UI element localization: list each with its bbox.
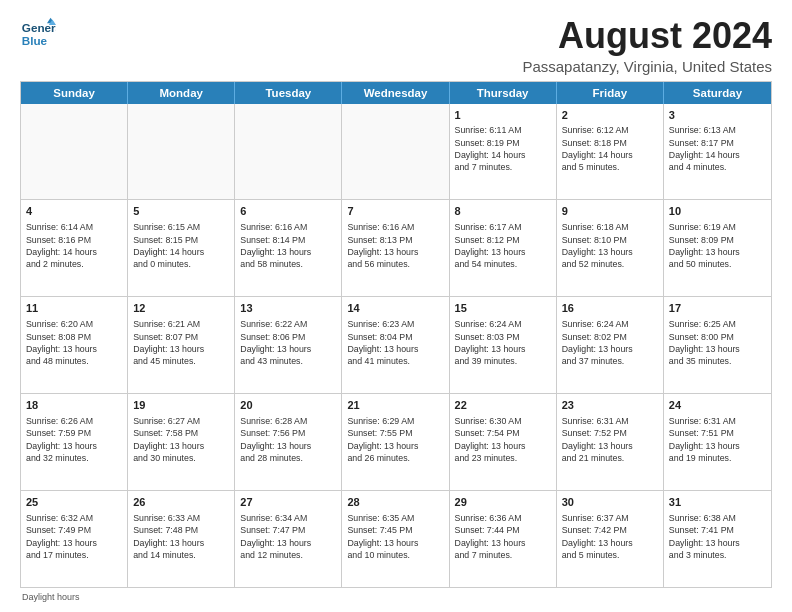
calendar-cell: 26Sunrise: 6:33 AM Sunset: 7:48 PM Dayli… <box>128 491 235 587</box>
calendar-cell: 31Sunrise: 6:38 AM Sunset: 7:41 PM Dayli… <box>664 491 771 587</box>
cell-info: Sunrise: 6:24 AM Sunset: 8:02 PM Dayligh… <box>562 318 658 367</box>
cell-info: Sunrise: 6:37 AM Sunset: 7:42 PM Dayligh… <box>562 512 658 561</box>
header-tuesday: Tuesday <box>235 82 342 104</box>
calendar-cell: 30Sunrise: 6:37 AM Sunset: 7:42 PM Dayli… <box>557 491 664 587</box>
cell-info: Sunrise: 6:31 AM Sunset: 7:52 PM Dayligh… <box>562 415 658 464</box>
cell-date-number: 17 <box>669 301 766 316</box>
cell-date-number: 30 <box>562 495 658 510</box>
calendar-cell: 28Sunrise: 6:35 AM Sunset: 7:45 PM Dayli… <box>342 491 449 587</box>
calendar-cell: 19Sunrise: 6:27 AM Sunset: 7:58 PM Dayli… <box>128 394 235 490</box>
week-row-2: 4Sunrise: 6:14 AM Sunset: 8:16 PM Daylig… <box>21 200 771 297</box>
header-thursday: Thursday <box>450 82 557 104</box>
cell-info: Sunrise: 6:19 AM Sunset: 8:09 PM Dayligh… <box>669 221 766 270</box>
cell-date-number: 31 <box>669 495 766 510</box>
week-row-5: 25Sunrise: 6:32 AM Sunset: 7:49 PM Dayli… <box>21 491 771 587</box>
calendar-cell <box>128 104 235 200</box>
cell-date-number: 4 <box>26 204 122 219</box>
footer-note: Daylight hours <box>20 592 772 602</box>
cell-info: Sunrise: 6:16 AM Sunset: 8:13 PM Dayligh… <box>347 221 443 270</box>
calendar-cell: 7Sunrise: 6:16 AM Sunset: 8:13 PM Daylig… <box>342 200 449 296</box>
header-saturday: Saturday <box>664 82 771 104</box>
cell-date-number: 14 <box>347 301 443 316</box>
calendar-cell: 23Sunrise: 6:31 AM Sunset: 7:52 PM Dayli… <box>557 394 664 490</box>
cell-date-number: 20 <box>240 398 336 413</box>
cell-date-number: 1 <box>455 108 551 123</box>
cell-info: Sunrise: 6:31 AM Sunset: 7:51 PM Dayligh… <box>669 415 766 464</box>
calendar-cell: 29Sunrise: 6:36 AM Sunset: 7:44 PM Dayli… <box>450 491 557 587</box>
cell-info: Sunrise: 6:38 AM Sunset: 7:41 PM Dayligh… <box>669 512 766 561</box>
calendar-cell <box>235 104 342 200</box>
cell-date-number: 8 <box>455 204 551 219</box>
cell-info: Sunrise: 6:22 AM Sunset: 8:06 PM Dayligh… <box>240 318 336 367</box>
calendar-cell: 22Sunrise: 6:30 AM Sunset: 7:54 PM Dayli… <box>450 394 557 490</box>
calendar-body: 1Sunrise: 6:11 AM Sunset: 8:19 PM Daylig… <box>21 104 771 587</box>
cell-info: Sunrise: 6:12 AM Sunset: 8:18 PM Dayligh… <box>562 124 658 173</box>
calendar-cell: 1Sunrise: 6:11 AM Sunset: 8:19 PM Daylig… <box>450 104 557 200</box>
cell-date-number: 12 <box>133 301 229 316</box>
cell-info: Sunrise: 6:13 AM Sunset: 8:17 PM Dayligh… <box>669 124 766 173</box>
calendar-cell: 10Sunrise: 6:19 AM Sunset: 8:09 PM Dayli… <box>664 200 771 296</box>
cell-date-number: 2 <box>562 108 658 123</box>
calendar-cell: 16Sunrise: 6:24 AM Sunset: 8:02 PM Dayli… <box>557 297 664 393</box>
cell-date-number: 16 <box>562 301 658 316</box>
header-friday: Friday <box>557 82 664 104</box>
cell-info: Sunrise: 6:17 AM Sunset: 8:12 PM Dayligh… <box>455 221 551 270</box>
calendar-cell: 18Sunrise: 6:26 AM Sunset: 7:59 PM Dayli… <box>21 394 128 490</box>
cell-info: Sunrise: 6:21 AM Sunset: 8:07 PM Dayligh… <box>133 318 229 367</box>
cell-date-number: 15 <box>455 301 551 316</box>
cell-info: Sunrise: 6:32 AM Sunset: 7:49 PM Dayligh… <box>26 512 122 561</box>
calendar-cell: 24Sunrise: 6:31 AM Sunset: 7:51 PM Dayli… <box>664 394 771 490</box>
cell-info: Sunrise: 6:33 AM Sunset: 7:48 PM Dayligh… <box>133 512 229 561</box>
cell-date-number: 18 <box>26 398 122 413</box>
main-title: August 2024 <box>522 16 772 56</box>
calendar-cell: 2Sunrise: 6:12 AM Sunset: 8:18 PM Daylig… <box>557 104 664 200</box>
calendar: Sunday Monday Tuesday Wednesday Thursday… <box>20 81 772 588</box>
cell-date-number: 22 <box>455 398 551 413</box>
week-row-3: 11Sunrise: 6:20 AM Sunset: 8:08 PM Dayli… <box>21 297 771 394</box>
cell-info: Sunrise: 6:34 AM Sunset: 7:47 PM Dayligh… <box>240 512 336 561</box>
cell-date-number: 21 <box>347 398 443 413</box>
logo-icon: General Blue <box>20 16 56 52</box>
header-sunday: Sunday <box>21 82 128 104</box>
cell-date-number: 13 <box>240 301 336 316</box>
calendar-cell: 13Sunrise: 6:22 AM Sunset: 8:06 PM Dayli… <box>235 297 342 393</box>
header-wednesday: Wednesday <box>342 82 449 104</box>
calendar-cell: 4Sunrise: 6:14 AM Sunset: 8:16 PM Daylig… <box>21 200 128 296</box>
cell-date-number: 10 <box>669 204 766 219</box>
header: General Blue August 2024 Passapatanzy, V… <box>20 16 772 75</box>
week-row-4: 18Sunrise: 6:26 AM Sunset: 7:59 PM Dayli… <box>21 394 771 491</box>
calendar-cell: 15Sunrise: 6:24 AM Sunset: 8:03 PM Dayli… <box>450 297 557 393</box>
cell-date-number: 19 <box>133 398 229 413</box>
cell-date-number: 24 <box>669 398 766 413</box>
week-row-1: 1Sunrise: 6:11 AM Sunset: 8:19 PM Daylig… <box>21 104 771 201</box>
cell-info: Sunrise: 6:11 AM Sunset: 8:19 PM Dayligh… <box>455 124 551 173</box>
title-block: August 2024 Passapatanzy, Virginia, Unit… <box>522 16 772 75</box>
cell-date-number: 9 <box>562 204 658 219</box>
cell-info: Sunrise: 6:30 AM Sunset: 7:54 PM Dayligh… <box>455 415 551 464</box>
cell-info: Sunrise: 6:26 AM Sunset: 7:59 PM Dayligh… <box>26 415 122 464</box>
cell-date-number: 11 <box>26 301 122 316</box>
calendar-cell: 6Sunrise: 6:16 AM Sunset: 8:14 PM Daylig… <box>235 200 342 296</box>
cell-date-number: 25 <box>26 495 122 510</box>
cell-info: Sunrise: 6:35 AM Sunset: 7:45 PM Dayligh… <box>347 512 443 561</box>
calendar-cell: 12Sunrise: 6:21 AM Sunset: 8:07 PM Dayli… <box>128 297 235 393</box>
cell-date-number: 23 <box>562 398 658 413</box>
calendar-cell: 5Sunrise: 6:15 AM Sunset: 8:15 PM Daylig… <box>128 200 235 296</box>
cell-date-number: 28 <box>347 495 443 510</box>
cell-date-number: 27 <box>240 495 336 510</box>
calendar-cell: 21Sunrise: 6:29 AM Sunset: 7:55 PM Dayli… <box>342 394 449 490</box>
cell-date-number: 29 <box>455 495 551 510</box>
day-headers: Sunday Monday Tuesday Wednesday Thursday… <box>21 82 771 104</box>
svg-text:Blue: Blue <box>22 34 48 47</box>
calendar-cell: 9Sunrise: 6:18 AM Sunset: 8:10 PM Daylig… <box>557 200 664 296</box>
calendar-cell: 17Sunrise: 6:25 AM Sunset: 8:00 PM Dayli… <box>664 297 771 393</box>
cell-info: Sunrise: 6:15 AM Sunset: 8:15 PM Dayligh… <box>133 221 229 270</box>
cell-info: Sunrise: 6:16 AM Sunset: 8:14 PM Dayligh… <box>240 221 336 270</box>
calendar-cell: 11Sunrise: 6:20 AM Sunset: 8:08 PM Dayli… <box>21 297 128 393</box>
cell-info: Sunrise: 6:14 AM Sunset: 8:16 PM Dayligh… <box>26 221 122 270</box>
cell-info: Sunrise: 6:29 AM Sunset: 7:55 PM Dayligh… <box>347 415 443 464</box>
calendar-cell: 27Sunrise: 6:34 AM Sunset: 7:47 PM Dayli… <box>235 491 342 587</box>
cell-date-number: 26 <box>133 495 229 510</box>
header-monday: Monday <box>128 82 235 104</box>
calendar-cell <box>21 104 128 200</box>
